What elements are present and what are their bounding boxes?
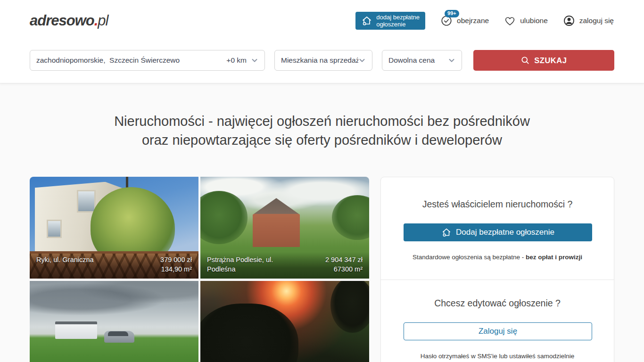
tree-shape bbox=[200, 191, 248, 244]
add-listing-button[interactable]: dodaj bezpłatne ogłoszenie bbox=[355, 12, 425, 30]
listing-label: Ryki, ul. Graniczna 379 000 zł 134,90 m² bbox=[30, 252, 198, 279]
add-listing-label: dodaj bezpłatne ogłoszenie bbox=[376, 14, 420, 28]
search-bar: zachodniopomorskie, Szczecin Świerczewo … bbox=[0, 41, 644, 83]
nav-login-label: zaloguj się bbox=[579, 16, 614, 25]
listing-price: 2 904 347 zł bbox=[325, 255, 363, 264]
window-shape bbox=[77, 190, 95, 213]
main-content: Nieruchomości - najwięcej ogłoszeń nieru… bbox=[0, 112, 644, 362]
nav-login[interactable]: zaloguj się bbox=[563, 15, 614, 27]
listing-photo bbox=[30, 281, 198, 362]
viewed-count-badge: 99+ bbox=[445, 10, 459, 17]
car-window-shape bbox=[108, 331, 128, 336]
page-title: Nieruchomości - najwięcej ogłoszeń nieru… bbox=[63, 112, 581, 149]
logo-brand: adresowo bbox=[30, 12, 94, 29]
listing-area: 134,90 m² bbox=[160, 264, 192, 274]
listing-card[interactable]: Ryki, ul. Graniczna 379 000 zł 134,90 m² bbox=[30, 177, 198, 279]
nav-viewed[interactable]: 99+ obejrzane bbox=[440, 15, 489, 27]
top-bar: adresowo.pl dodaj bezpłatne ogłoszenie bbox=[0, 0, 644, 41]
user-circle-icon bbox=[563, 15, 575, 27]
nav-favorites[interactable]: ulubione bbox=[504, 15, 548, 27]
location-value: zachodniopomorskie, Szczecin Świerczewo bbox=[36, 56, 223, 65]
header: adresowo.pl dodaj bezpłatne ogłoszenie bbox=[0, 0, 644, 83]
edit-section-title: Chcesz edytować ogłoszenie ? bbox=[404, 298, 591, 309]
shed-shape bbox=[55, 321, 98, 339]
edit-section-note: Hasło otrzymałeś w SMS'ie lub ustawiłeś … bbox=[404, 353, 591, 360]
sidebar-add-listing-label: Dodaj bezpłatne ogłoszenie bbox=[456, 228, 554, 237]
logo-tld: pl bbox=[98, 12, 108, 29]
top-nav: dodaj bezpłatne ogłoszenie 99+ obejrzane bbox=[355, 12, 614, 30]
listing-location: Ryki, ul. Graniczna bbox=[36, 255, 94, 264]
nav-favorites-label: ulubione bbox=[520, 16, 548, 25]
sidebar-login-button[interactable]: Zaloguj się bbox=[404, 322, 592, 340]
tree-shape bbox=[332, 195, 369, 240]
site-logo[interactable]: adresowo.pl bbox=[30, 12, 108, 29]
listings-grid: Ryki, ul. Graniczna 379 000 zł 134,90 m² bbox=[30, 177, 369, 362]
content-row: Ryki, ul. Graniczna 379 000 zł 134,90 m² bbox=[0, 149, 644, 362]
owner-section: Jesteś właścicielem nieruchomości ? Doda… bbox=[381, 177, 614, 280]
listing-card[interactable]: Warszawa Białołęka, ul. 725 000 zł bbox=[200, 281, 369, 362]
tree-silhouette-shape bbox=[200, 304, 298, 362]
listing-label: Pstrążna Podlesie, ul. Podleśna 2 904 34… bbox=[200, 252, 369, 279]
owner-section-note: Standardowe ogłoszenia są bezpłatne - be… bbox=[404, 254, 591, 261]
window-shape bbox=[47, 220, 62, 238]
listing-location-2: Podleśna bbox=[207, 264, 273, 274]
location-input[interactable]: zachodniopomorskie, Szczecin Świerczewo … bbox=[30, 50, 265, 71]
chevron-down-icon bbox=[251, 57, 258, 64]
property-type-value: Mieszkania na sprzedaż bbox=[281, 56, 358, 65]
sidebar-add-listing-button[interactable]: Dodaj bezpłatne ogłoszenie bbox=[404, 223, 592, 241]
sidebar: Jesteś właścicielem nieruchomości ? Doda… bbox=[380, 177, 614, 362]
owner-section-title: Jesteś właścicielem nieruchomości ? bbox=[404, 199, 591, 210]
heart-icon bbox=[504, 15, 516, 27]
listing-price: 379 000 zł bbox=[160, 255, 192, 264]
search-submit-button[interactable]: SZUKAJ bbox=[473, 50, 614, 71]
price-select[interactable]: Dowolna cena bbox=[382, 50, 462, 71]
chevron-down-icon bbox=[358, 57, 366, 64]
house-shape bbox=[253, 198, 300, 247]
price-value: Dowolna cena bbox=[388, 56, 448, 65]
listing-area: 67300 m² bbox=[325, 264, 363, 274]
house-plus-icon bbox=[361, 15, 372, 26]
chevron-down-icon bbox=[448, 57, 455, 64]
tree-silhouette-shape bbox=[330, 281, 369, 333]
search-icon bbox=[520, 56, 530, 65]
radius-select[interactable]: +0 km bbox=[226, 56, 247, 65]
property-type-select[interactable]: Mieszkania na sprzedaż bbox=[274, 50, 372, 71]
house-plus-icon bbox=[441, 227, 452, 238]
nav-viewed-label: obejrzane bbox=[457, 16, 489, 25]
listing-card[interactable]: Kliniska Wielkie, Radosna 369 000 zł bbox=[30, 281, 198, 362]
listing-card[interactable]: Pstrążna Podlesie, ul. Podleśna 2 904 34… bbox=[200, 177, 369, 279]
sidebar-login-label: Zaloguj się bbox=[479, 327, 517, 336]
listing-photo bbox=[200, 281, 369, 362]
listing-location: Pstrążna Podlesie, ul. bbox=[207, 255, 273, 264]
search-submit-label: SZUKAJ bbox=[534, 56, 567, 65]
edit-section: Chcesz edytować ogłoszenie ? Zaloguj się… bbox=[381, 280, 614, 362]
